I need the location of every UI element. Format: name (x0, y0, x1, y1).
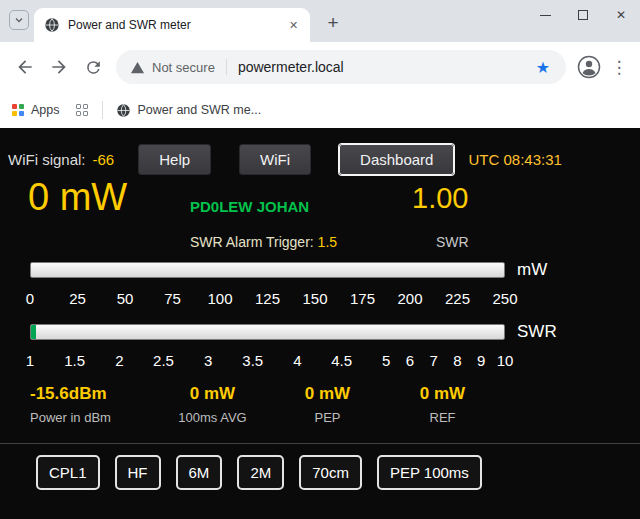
tab-title: Power and SWR meter (68, 18, 285, 32)
tab-search-button[interactable] (9, 10, 29, 30)
footer-button-70cm[interactable]: 70cm (299, 455, 362, 490)
reload-button[interactable] (76, 50, 110, 84)
swr-caption: SWR (436, 234, 469, 250)
footer-button-6m[interactable]: 6M (176, 455, 223, 490)
apps-grid-icon (12, 104, 24, 116)
swr-tick: 2 (115, 352, 123, 369)
swr-scale: 1 1.5 2 2.5 3 3.5 4 4.5 5 6 7 8 9 10 (30, 352, 505, 372)
reading-dbm: -15.6dBm Power in dBm (30, 384, 155, 425)
dbm-label: Power in dBm (30, 410, 155, 425)
mw-tick: 200 (397, 290, 422, 307)
wifi-signal-label: WiFi signal: (8, 151, 86, 168)
swr-alarm-trigger: SWR Alarm Trigger: 1.5 (190, 234, 337, 250)
window-minimize-button[interactable] (526, 0, 564, 30)
pep-label: PEP (270, 410, 385, 425)
mw-bar-track (30, 262, 505, 278)
wifi-button[interactable]: WiFi (239, 144, 311, 175)
swr-bar-row: SWR (30, 322, 640, 342)
back-arrow-icon (15, 57, 35, 77)
apps-shortcut[interactable]: Apps (12, 103, 60, 117)
mw-tick: 225 (445, 290, 470, 307)
swr-tick: 8 (453, 352, 461, 369)
swr-tick: 3 (204, 352, 212, 369)
tab-strip: Power and SWR meter ✕ + ✕ (0, 0, 640, 42)
bookmark-item[interactable]: Power and SWR me... (116, 103, 262, 118)
swr-tick: 7 (430, 352, 438, 369)
url-text: powermeter.local (238, 59, 534, 75)
mw-bar-row: mW (30, 260, 640, 280)
back-button[interactable] (8, 50, 42, 84)
avg-label: 100ms AVG (155, 410, 270, 425)
address-bar[interactable]: Not secure powermeter.local ★ (116, 50, 566, 84)
browser-menu-button[interactable]: ⋮ (606, 50, 632, 84)
ref-label: REF (385, 410, 500, 425)
browser-tab[interactable]: Power and SWR meter ✕ (34, 8, 310, 42)
swr-bar-label: SWR (517, 322, 557, 342)
profile-icon (577, 55, 601, 79)
swr-tick: 2.5 (153, 352, 174, 369)
footer-buttons-row: CPL1 HF 6M 2M 70cm PEP 100ms (0, 455, 640, 490)
alarm-row: SWR Alarm Trigger: 1.5 SWR (0, 234, 640, 254)
minimize-icon (540, 15, 551, 16)
footer-button-hf[interactable]: HF (115, 455, 161, 490)
utc-clock: UTC 08:43:31 (468, 151, 561, 168)
swr-bar-track (30, 324, 505, 340)
wifi-signal-value: -66 (93, 151, 115, 168)
swr-tick: 3.5 (242, 352, 263, 369)
apps-label: Apps (31, 103, 60, 117)
security-chip[interactable]: Not secure (130, 60, 215, 75)
swr-tick: 6 (406, 352, 414, 369)
security-label: Not secure (152, 60, 215, 75)
readings-row: -15.6dBm Power in dBm 0 mW 100ms AVG 0 m… (0, 384, 640, 425)
swr-tick: 4 (293, 352, 301, 369)
dbm-value: -15.6dBm (30, 384, 155, 404)
forward-button[interactable] (42, 50, 76, 84)
window-controls: ✕ (526, 0, 640, 30)
window-close-button[interactable]: ✕ (602, 0, 640, 30)
maximize-icon (578, 10, 588, 20)
reading-pep: 0 mW PEP (270, 384, 385, 425)
power-meter-page: WiFi signal: -66 Help WiFi Dashboard UTC… (0, 128, 640, 519)
forward-arrow-icon (49, 57, 69, 77)
help-button[interactable]: Help (138, 144, 211, 175)
tab-close-icon[interactable]: ✕ (285, 17, 302, 34)
navigation-bar: Not secure powermeter.local ★ ⋮ (0, 42, 640, 92)
swr-tick: 1.5 (64, 352, 85, 369)
mw-tick: 250 (492, 290, 517, 307)
footer-button-pep100ms[interactable]: PEP 100ms (377, 455, 482, 490)
ref-value: 0 mW (385, 384, 500, 404)
chevron-down-icon (13, 14, 25, 26)
footer-divider (0, 443, 640, 444)
warning-icon (130, 60, 145, 75)
avg-value: 0 mW (155, 384, 270, 404)
mw-tick: 50 (117, 290, 134, 307)
swr-alarm-label: SWR Alarm Trigger: (190, 234, 314, 250)
bookmarks-bar: Apps Power and SWR me... (0, 92, 640, 128)
dashboard-button[interactable]: Dashboard (339, 144, 454, 175)
reading-avg: 0 mW 100ms AVG (155, 384, 270, 425)
profile-button[interactable] (572, 50, 606, 84)
footer-button-2m[interactable]: 2M (237, 455, 284, 490)
mw-tick: 175 (350, 290, 375, 307)
mw-tick: 75 (164, 290, 181, 307)
footer-button-cpl1[interactable]: CPL1 (36, 455, 100, 490)
grid-view-icon[interactable] (76, 104, 89, 117)
swr-tick: 10 (497, 352, 514, 369)
bookmarks-separator (102, 101, 103, 119)
top-row: WiFi signal: -66 Help WiFi Dashboard UTC… (0, 144, 640, 174)
bookmark-star-icon[interactable]: ★ (534, 58, 552, 77)
swr-tick: 5 (382, 352, 390, 369)
power-value: 0 mW (28, 176, 127, 219)
globe-favicon-icon (44, 17, 60, 33)
swr-value: 1.00 (412, 182, 468, 215)
mw-tick: 150 (302, 290, 327, 307)
reload-icon (84, 58, 103, 77)
bookmark-title: Power and SWR me... (138, 103, 262, 117)
close-icon: ✕ (616, 8, 626, 22)
new-tab-button[interactable]: + (320, 10, 346, 36)
window-maximize-button[interactable] (564, 0, 602, 30)
pep-value: 0 mW (270, 384, 385, 404)
swr-tick: 4.5 (331, 352, 352, 369)
mw-tick: 100 (207, 290, 232, 307)
callsign-text: PD0LEW JOHAN (190, 198, 309, 215)
